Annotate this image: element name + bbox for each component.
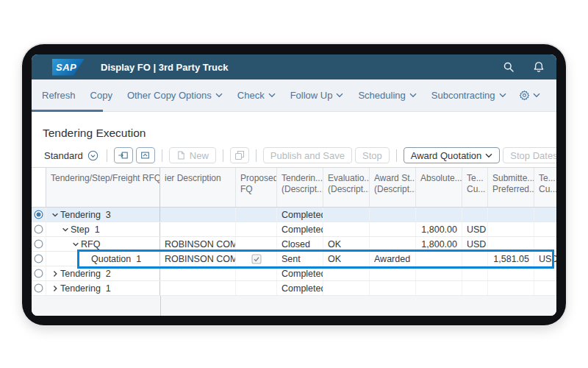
expander-spacer: [80, 253, 91, 264]
node-label: Tendering 3: [60, 210, 111, 220]
evaluation-status-cell: [323, 266, 370, 280]
collapse-node-icon[interactable]: [60, 224, 71, 235]
publish-and-save-button: Publish and Save: [263, 147, 352, 163]
table-row-tendering-2[interactable]: Tendering 2Completed: [32, 266, 556, 281]
absolute-cell: [416, 208, 462, 222]
carrier-cell: [160, 281, 236, 295]
submitted-cell: [488, 237, 534, 251]
search-icon[interactable]: [502, 61, 514, 74]
column-header-tree[interactable]: Tendering/Step/Freight RFQ/...: [46, 168, 160, 207]
checkbox-checked-icon: [251, 254, 262, 264]
table-rows: Tendering 3CompletedStep 1Completed1,800…: [32, 208, 556, 296]
tree-cell: Quotation 1: [46, 252, 160, 266]
submitted-cell: [488, 208, 534, 222]
absolute-cell: [416, 281, 462, 295]
evaluation-status-cell: OK: [323, 237, 370, 251]
evaluation-status-cell: OK: [323, 252, 370, 266]
table-empty-area: [32, 296, 556, 316]
award-status-cell: [370, 208, 416, 222]
currency2-cell: [534, 281, 556, 295]
table-row-quotation-1[interactable]: Quotation 1ROBINSON COM...SentOKAwarded1…: [32, 252, 556, 266]
variant-label: Standard: [44, 150, 83, 161]
proposed-fq-cell: [236, 252, 277, 266]
copy-icon: [234, 150, 245, 160]
button-label: Award Quotation: [411, 150, 482, 161]
submitted-cell: 1,581.05: [488, 252, 534, 266]
settings-gear-button[interactable]: [519, 90, 546, 101]
node-label: Step 1: [71, 224, 100, 235]
bell-icon[interactable]: [532, 61, 545, 74]
column-label: ier Description: [165, 173, 231, 184]
menu-item-follow-up[interactable]: Follow Up: [283, 90, 351, 101]
app-screen: SAP Display FO | 3rd Party Truck Refresh…: [32, 54, 556, 316]
stop-button: Stop: [355, 147, 390, 163]
tree-cell: RFQ: [46, 237, 160, 251]
tree-cell: Tendering 1: [46, 281, 160, 295]
proposed-fq-cell: [236, 237, 277, 251]
column-header-tendering-status[interactable]: Tenderin...(Descript...: [277, 168, 323, 207]
expand-node-icon[interactable]: [49, 268, 60, 279]
table-row-tendering-1[interactable]: Tendering 1Completed: [32, 281, 556, 296]
node-label: RFQ: [81, 239, 100, 250]
carrier-cell: [160, 208, 236, 222]
tendering-table: Tendering/Step/Freight RFQ/...ier Descri…: [32, 167, 556, 316]
column-label: Tendering/Step/Freight RFQ/...: [51, 173, 155, 184]
tree-cell: Tendering 3: [46, 208, 160, 222]
column-header-submitted[interactable]: Submitte...Preferred...: [488, 168, 534, 207]
collapse-all-icon: [140, 150, 151, 160]
chevron-down-icon: [533, 93, 540, 98]
column-header-absolute[interactable]: Absolute...: [416, 168, 462, 207]
column-label: Award St...: [374, 173, 411, 184]
column-label: (Descript...: [328, 184, 365, 195]
submitted-cell: [488, 222, 534, 236]
expand-all-button[interactable]: [114, 147, 133, 163]
award-quotation-button[interactable]: Award Quotation: [404, 147, 501, 163]
sap-logo-text: SAP: [52, 62, 76, 73]
expand-node-icon[interactable]: [49, 283, 60, 294]
currency2-cell: [534, 208, 556, 222]
award-status-cell: [370, 266, 416, 280]
menu-bar-items: RefreshCopyOther Copy OptionsCheckFollow…: [42, 90, 514, 101]
column-header-currency2[interactable]: Te...Cu...: [534, 168, 556, 207]
table-row-step-1[interactable]: Step 1Completed1,800.00USD: [32, 222, 556, 237]
column-label: Preferred...: [492, 184, 529, 195]
button-label: Publish and Save: [270, 150, 345, 161]
table-row-tendering-3[interactable]: Tendering 3Completed: [32, 208, 556, 222]
menu-item-other-copy-options[interactable]: Other Copy Options: [120, 90, 230, 101]
column-header-evaluation-status[interactable]: Evaluatio...(Descript...: [323, 168, 370, 207]
row-radio-button[interactable]: [32, 208, 46, 222]
table-row-rfq[interactable]: RFQROBINSON COM...ClosedOK1,800.00USD: [32, 237, 556, 252]
column-divider: [160, 296, 161, 316]
menu-item-check[interactable]: Check: [230, 90, 283, 101]
column-label: Cu...: [467, 184, 483, 195]
column-header-carrier[interactable]: ier Description: [160, 168, 236, 207]
tendering-status-cell: Closed: [277, 237, 323, 251]
menu-item-subcontracting[interactable]: Subcontracting: [424, 90, 514, 101]
column-header-award-status[interactable]: Award St...(Descript...: [370, 168, 416, 207]
menu-item-copy[interactable]: Copy: [83, 90, 120, 101]
menu-item-scheduling[interactable]: Scheduling: [351, 90, 423, 101]
column-header-proposed-fq[interactable]: ProposedFQ: [236, 168, 277, 207]
chevron-down-icon: [268, 93, 276, 98]
collapse-node-icon[interactable]: [70, 238, 81, 250]
column-label: (Descript...: [282, 184, 318, 195]
collapse-node-icon[interactable]: [49, 209, 60, 220]
row-radio-button[interactable]: [32, 222, 46, 236]
column-label: Proposed: [240, 173, 272, 184]
new-button: New: [169, 147, 216, 163]
collapse-all-button[interactable]: [136, 147, 155, 163]
row-radio-button[interactable]: [32, 281, 46, 295]
button-label: Stop Dates: [510, 150, 556, 161]
currency1-cell: [462, 281, 488, 295]
currency1-cell: USD: [462, 222, 488, 236]
row-radio-button[interactable]: [32, 237, 46, 251]
column-header-currency1[interactable]: Te...Cu...: [462, 168, 488, 207]
row-radio-button[interactable]: [32, 252, 46, 266]
tendering-status-cell: Completed: [277, 281, 323, 295]
view-variant-selector[interactable]: Standard: [41, 150, 101, 161]
row-radio-button[interactable]: [32, 266, 46, 280]
selection-column-header: [32, 168, 46, 207]
menu-item-label: Follow Up: [290, 90, 333, 101]
carrier-cell: [160, 266, 236, 280]
menu-item-refresh[interactable]: Refresh: [42, 90, 83, 101]
